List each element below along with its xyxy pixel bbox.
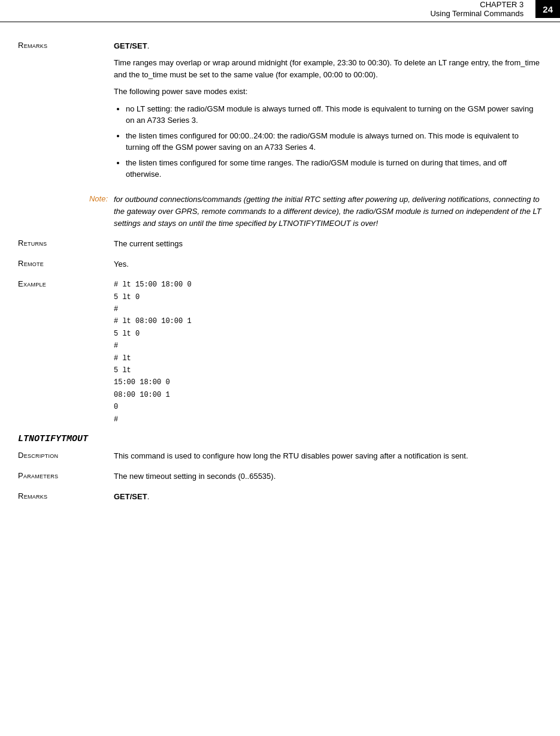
page-subtitle: Using Terminal Commands [430,9,523,18]
description-label: Description [18,450,114,462]
remarks-body: GET/SET. Time ranges may overlap or wrap… [114,40,542,185]
remarks2-label: Remarks [18,491,114,503]
bullet-1: no LT setting: the radio/GSM module is a… [126,103,542,126]
remarks-para2: The following power save modes exist: [114,86,542,98]
remarks-entry: Remarks GET/SET. Time ranges may overlap… [18,40,542,185]
remote-label: Remote [18,258,114,270]
note-body: for outbound connections/commands (getti… [114,194,542,230]
remarks2-entry: Remarks GET/SET. [18,491,542,503]
remote-body: Yes. [114,258,542,270]
parameters-body: The new timeout setting in seconds (0..6… [114,470,542,482]
example-body: # lt 15:00 18:00 0 5 lt 0 # # lt 08:00 1… [114,279,542,426]
example-label: Example [18,279,114,426]
returns-label: Returns [18,238,114,250]
ltnotifytmout-heading: LTNOTIFYTMOUT [18,434,542,444]
parameters-entry: Parameters The new timeout setting in se… [18,470,542,482]
description-entry: Description This command is used to conf… [18,450,542,462]
content-area: Remarks GET/SET. Time ranges may overlap… [0,40,560,529]
example-code: # lt 15:00 18:00 0 5 lt 0 # # lt 08:00 1… [114,279,542,426]
bullet-2: the listen times configured for 00:00..2… [126,130,542,153]
header-text: CHAPTER 3 Using Terminal Commands [430,0,535,18]
returns-entry: Returns The current settings [18,238,542,250]
parameters-label: Parameters [18,470,114,482]
note-label: Note: [18,194,114,230]
note-row: Note: for outbound connections/commands … [18,194,542,230]
page-header: CHAPTER 3 Using Terminal Commands 24 [0,0,560,22]
description-body: This command is used to configure how lo… [114,450,542,462]
bullet-3: the listen times configured for some tim… [126,157,542,180]
page: CHAPTER 3 Using Terminal Commands 24 Rem… [0,0,560,736]
remarks-bullets: no LT setting: the radio/GSM module is a… [126,103,542,180]
remarks-label: Remarks [18,40,114,185]
remote-entry: Remote Yes. [18,258,542,270]
remarks-getset-value: GET/SET [114,41,147,50]
remarks2-getset: GET/SET [114,492,147,501]
returns-body: The current settings [114,238,542,250]
remarks2-body: GET/SET. [114,491,542,503]
page-number: 24 [535,0,560,18]
chapter-label: CHAPTER 3 [480,0,523,9]
remarks-getset: GET/SET. [114,40,542,52]
example-entry: Example # lt 15:00 18:00 0 5 lt 0 # # lt… [18,279,542,426]
remarks-para1: Time ranges may overlap or wrap around m… [114,57,542,81]
